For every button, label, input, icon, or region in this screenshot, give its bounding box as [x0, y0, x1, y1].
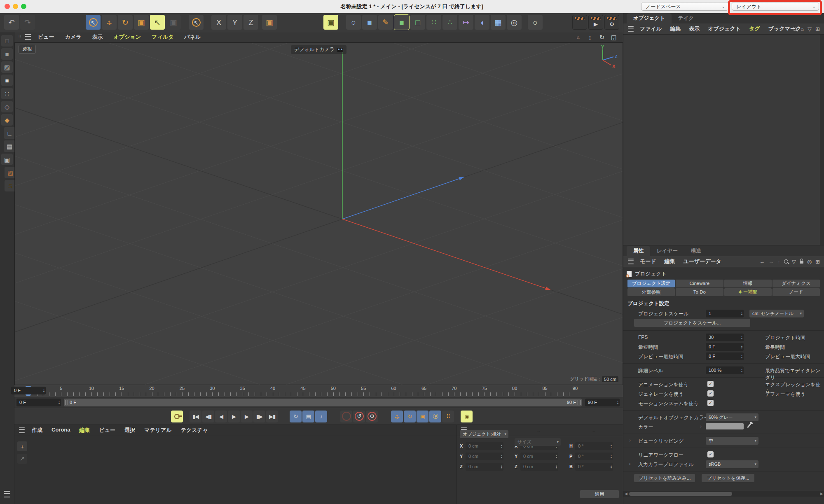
- render-view-tile[interactable]: ▣: [323, 15, 338, 30]
- filter-icon[interactable]: ▽: [808, 26, 812, 32]
- workflow-axis-tool[interactable]: ↦: [459, 15, 473, 30]
- apply-button[interactable]: 適用: [580, 490, 619, 498]
- subdivision-surface-tool[interactable]: ■: [394, 15, 409, 30]
- camera-object-tool[interactable]: ◎: [507, 15, 522, 30]
- coord-rotation-p-field[interactable]: 0 °▴▾: [575, 453, 613, 460]
- tweak-tool[interactable]: ↖: [150, 15, 165, 30]
- attribute-tab-active[interactable]: 属性: [627, 246, 650, 256]
- attribute-menu-item[interactable]: ユーザーデータ: [684, 258, 721, 265]
- view-pan-icon[interactable]: ↔↕: [574, 33, 583, 42]
- redo-button[interactable]: ↷: [20, 15, 35, 30]
- keyframe-selection-button[interactable]: ◉: [461, 411, 473, 422]
- viewport-menu-item[interactable]: オプション: [114, 33, 141, 41]
- snap-toggle-button[interactable]: ▤: [4, 140, 15, 152]
- unit-select[interactable]: cm: センチメートル▾: [749, 310, 804, 317]
- forward-arrow-icon[interactable]: →: [768, 259, 774, 265]
- workplane-lock-button[interactable]: ▣: [1, 154, 13, 165]
- attribute-tab-button[interactable]: ノード: [772, 288, 820, 296]
- add-panel-icon[interactable]: ⊞: [815, 259, 820, 265]
- attribute-tab-button[interactable]: 情報: [724, 280, 772, 287]
- fps-field[interactable]: 30▴▾: [706, 334, 744, 341]
- coordinate-system-button[interactable]: ▣: [262, 15, 277, 30]
- window-menu-icon[interactable]: [4, 491, 10, 497]
- project-scale-field[interactable]: 1▴▾: [706, 310, 744, 317]
- edges-mode-button[interactable]: ◇: [1, 101, 13, 112]
- array-tool[interactable]: ∴: [442, 15, 457, 30]
- eyedropper-icon[interactable]: [747, 423, 751, 428]
- size-mode-select[interactable]: サイズ▾: [515, 438, 561, 446]
- view-rotate-icon[interactable]: ↻: [597, 33, 606, 42]
- light-object-tool[interactable]: ○: [528, 15, 543, 30]
- prev-frame-button[interactable]: ◀: [215, 411, 227, 422]
- coord-rotation-h-field[interactable]: 0 °▴▾: [575, 442, 613, 450]
- material-menu-item[interactable]: Corona: [52, 427, 70, 434]
- load-preset-button[interactable]: プリセットを読み込み...: [634, 474, 695, 482]
- null-object-tool[interactable]: ○: [346, 15, 361, 30]
- x-axis-lock-button[interactable]: X: [211, 15, 226, 30]
- min-time-field[interactable]: 0 F▴▾: [706, 343, 744, 351]
- view-clipping-select[interactable]: 中▾: [706, 437, 758, 445]
- attribute-tab-button[interactable]: To Do: [676, 288, 723, 296]
- input-profile-select[interactable]: sRGB▾: [706, 460, 758, 468]
- viewport-canvas[interactable]: 透視 デフォルトカメラ Y Z X グリッド間隔 : 50 cm: [14, 42, 623, 385]
- linear-workflow-checkbox[interactable]: ✓: [707, 451, 714, 457]
- coord-rotation-b-field[interactable]: 0 °▴▾: [575, 463, 613, 471]
- attribute-tab-button[interactable]: ダイナミクス: [772, 280, 820, 287]
- key-scale-button[interactable]: ▣: [417, 411, 428, 422]
- object-tree-area[interactable]: [623, 35, 824, 245]
- goto-start-button[interactable]: ▮◀: [190, 411, 201, 422]
- render-settings-button[interactable]: ⚙: [604, 15, 619, 30]
- coord-position-z-field[interactable]: 0 cm▴▾: [466, 463, 503, 471]
- expand-arrow-icon[interactable]: ›: [700, 424, 702, 429]
- object-manager-menu-item[interactable]: 表示: [689, 25, 700, 33]
- record-key-button[interactable]: [340, 411, 352, 422]
- move-tool[interactable]: ↔↕: [102, 15, 117, 30]
- material-menu-item[interactable]: 作成: [32, 427, 42, 434]
- range-end-field[interactable]: 90 F ▴▾: [585, 399, 620, 406]
- panel-grip[interactable]: ⁞⁞: [19, 35, 21, 39]
- attribute-hscrollbar[interactable]: ◀ ▶: [623, 491, 824, 497]
- attribute-menu-item[interactable]: 編集: [665, 258, 675, 265]
- object-mode-button[interactable]: ■: [1, 75, 13, 86]
- preview-range-bar[interactable]: 0 F 90 F: [64, 399, 582, 406]
- material-menu-item[interactable]: 選択: [124, 427, 135, 434]
- render-view-button[interactable]: [572, 15, 587, 30]
- viewport-menu-item[interactable]: 表示: [92, 33, 103, 41]
- material-menu-item[interactable]: テクスチャ: [181, 427, 208, 434]
- node-space-select[interactable]: ノードスペース⌄: [641, 2, 728, 11]
- key-position-button[interactable]: ↔↕: [391, 411, 403, 422]
- default-color-select[interactable]: 60% グレー▾: [706, 413, 758, 421]
- use-generators-checkbox[interactable]: ✓: [707, 390, 714, 397]
- all-frames-button[interactable]: ▤: [302, 411, 314, 422]
- workplane-mode-button[interactable]: ∟: [4, 127, 15, 139]
- texture-mode-button[interactable]: ▨: [1, 61, 13, 73]
- search-icon[interactable]: [784, 259, 788, 265]
- next-frame-button[interactable]: ▶: [241, 411, 253, 422]
- save-preset-button[interactable]: プリセットを保存...: [702, 474, 754, 482]
- floor-object-tool[interactable]: ▦: [491, 15, 506, 30]
- render-picture-viewer-button[interactable]: ▶: [588, 15, 603, 30]
- add-panel-icon[interactable]: ⊞: [815, 26, 820, 32]
- range-grip-left[interactable]: [65, 400, 68, 405]
- layout-select[interactable]: レイアウト⌄: [732, 2, 819, 11]
- home-icon[interactable]: ⌂: [801, 26, 804, 32]
- search-icon[interactable]: [793, 26, 797, 32]
- viewport-menu-item[interactable]: カメラ: [65, 33, 82, 41]
- view-maximize-icon[interactable]: ◱: [609, 33, 618, 42]
- object-manager-menu-item[interactable]: ファイル: [640, 25, 662, 33]
- add-material-button[interactable]: +: [17, 441, 27, 451]
- object-manager-menu-item[interactable]: タグ: [749, 25, 760, 33]
- record-tool-button[interactable]: [171, 411, 183, 422]
- key-parameter-button[interactable]: Ⓟ: [429, 411, 441, 422]
- expand-arrow-icon[interactable]: ›: [629, 461, 631, 466]
- object-manager-tab-tab[interactable]: テイク: [672, 13, 700, 23]
- material-menu-item[interactable]: 編集: [80, 427, 90, 434]
- up-arrow-icon[interactable]: ↑: [777, 259, 780, 265]
- coord-position-y-field[interactable]: 0 cm▴▾: [466, 453, 503, 460]
- cube-primitive-tool[interactable]: ■: [362, 15, 377, 30]
- attribute-tab-button[interactable]: Cineware: [676, 280, 723, 287]
- viewport-menu-item[interactable]: フィルタ: [152, 33, 173, 41]
- current-frame-field[interactable]: 0 F ▴▾: [11, 387, 46, 394]
- next-key-button[interactable]: ▮▶: [253, 411, 265, 422]
- viewport-menu-icon[interactable]: [25, 34, 31, 40]
